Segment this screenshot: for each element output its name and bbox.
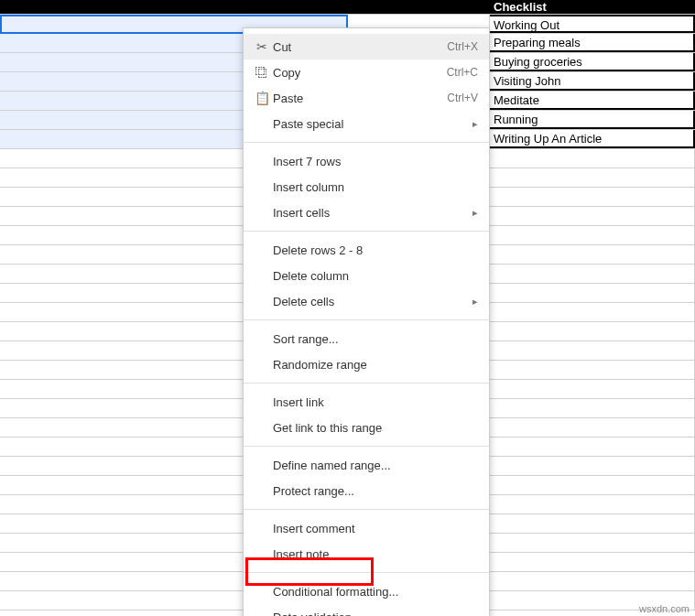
- submenu-icon: ▸: [472, 296, 478, 308]
- ctx-protect-label: Protect range...: [273, 484, 478, 498]
- header-row: Checklist: [0, 0, 695, 15]
- header-a: [0, 0, 348, 14]
- ctx-cut[interactable]: ✂ Cut Ctrl+X: [244, 34, 489, 59]
- ctx-insert-column[interactable]: Insert column: [244, 174, 489, 200]
- ctx-randomize[interactable]: Randomize range: [244, 351, 489, 377]
- ctx-delete-column-label: Delete column: [273, 269, 478, 283]
- ctx-separator: [244, 383, 489, 384]
- ctx-insert-cells-label: Insert cells: [273, 206, 472, 220]
- ctx-insert-rows[interactable]: Insert 7 rows: [244, 148, 489, 174]
- ctx-get-link-label: Get link to this range: [273, 421, 478, 435]
- ctx-separator: [244, 142, 489, 143]
- ctx-define-named-range[interactable]: Define named range...: [244, 452, 489, 478]
- ctx-delete-cells[interactable]: Delete cells ▸: [244, 288, 489, 314]
- copy-icon: ⿻: [251, 65, 273, 80]
- ctx-delete-column[interactable]: Delete column: [244, 263, 489, 288]
- ctx-randomize-label: Randomize range: [273, 358, 478, 372]
- ctx-separator: [244, 572, 489, 573]
- ctx-insert-link-label: Insert link: [273, 395, 478, 409]
- cell-c8[interactable]: Writing Up An Article: [490, 130, 695, 148]
- ctx-insert-column-label: Insert column: [273, 180, 478, 194]
- ctx-delete-rows[interactable]: Delete rows 2 - 8: [244, 237, 489, 263]
- header-b: [348, 0, 490, 14]
- ctx-data-validation[interactable]: Data validation...: [244, 604, 489, 616]
- cell-c6[interactable]: Meditate: [490, 92, 695, 110]
- attribution-text: wsxdn.com: [639, 603, 690, 614]
- paste-icon: 📋: [251, 91, 273, 105]
- ctx-paste[interactable]: 📋 Paste Ctrl+V: [244, 85, 489, 111]
- ctx-sort-range[interactable]: Sort range...: [244, 326, 489, 351]
- ctx-conditional-formatting[interactable]: Conditional formatting...: [244, 578, 489, 604]
- cell-c4[interactable]: Buying groceries: [490, 53, 695, 71]
- ctx-sort-range-label: Sort range...: [273, 332, 478, 346]
- ctx-cond-format-label: Conditional formatting...: [273, 585, 478, 599]
- cell-c3[interactable]: Preparing meals: [490, 34, 695, 52]
- ctx-separator: [244, 231, 489, 232]
- ctx-delete-rows-label: Delete rows 2 - 8: [273, 243, 478, 257]
- ctx-insert-comment-label: Insert comment: [273, 522, 478, 535]
- ctx-paste-label: Paste: [273, 92, 447, 105]
- ctx-insert-rows-label: Insert 7 rows: [273, 155, 478, 168]
- ctx-separator: [244, 319, 489, 320]
- ctx-data-validation-label: Data validation...: [273, 611, 478, 617]
- ctx-paste-special-label: Paste special: [273, 117, 472, 131]
- ctx-protect-range[interactable]: Protect range...: [244, 478, 489, 503]
- ctx-define-named-label: Define named range...: [273, 459, 478, 472]
- ctx-insert-cells[interactable]: Insert cells ▸: [244, 200, 489, 225]
- ctx-insert-note[interactable]: Insert note: [244, 541, 489, 567]
- cell-c2[interactable]: Working Out: [490, 15, 695, 33]
- ctx-separator: [244, 509, 489, 510]
- ctx-copy-label: Copy: [273, 66, 447, 80]
- submenu-icon: ▸: [472, 118, 478, 130]
- cell-c5[interactable]: Visiting John: [490, 72, 695, 91]
- cut-icon: ✂: [251, 39, 273, 54]
- ctx-copy[interactable]: ⿻ Copy Ctrl+C: [244, 59, 489, 85]
- ctx-paste-shortcut: Ctrl+V: [447, 92, 478, 104]
- header-c: Checklist: [490, 0, 695, 14]
- ctx-get-link[interactable]: Get link to this range: [244, 415, 489, 440]
- ctx-separator: [244, 446, 489, 447]
- ctx-insert-note-label: Insert note: [273, 547, 478, 561]
- ctx-insert-link[interactable]: Insert link: [244, 389, 489, 415]
- submenu-icon: ▸: [472, 207, 478, 219]
- ctx-paste-special[interactable]: Paste special ▸: [244, 111, 489, 136]
- ctx-insert-comment[interactable]: Insert comment: [244, 515, 489, 541]
- ctx-cut-label: Cut: [273, 40, 447, 54]
- cell-c7[interactable]: Running: [490, 111, 695, 129]
- ctx-cut-shortcut: Ctrl+X: [447, 40, 478, 53]
- ctx-copy-shortcut: Ctrl+C: [447, 66, 478, 79]
- context-menu: ✂ Cut Ctrl+X ⿻ Copy Ctrl+C 📋 Paste Ctrl+…: [243, 27, 490, 616]
- ctx-delete-cells-label: Delete cells: [273, 295, 472, 308]
